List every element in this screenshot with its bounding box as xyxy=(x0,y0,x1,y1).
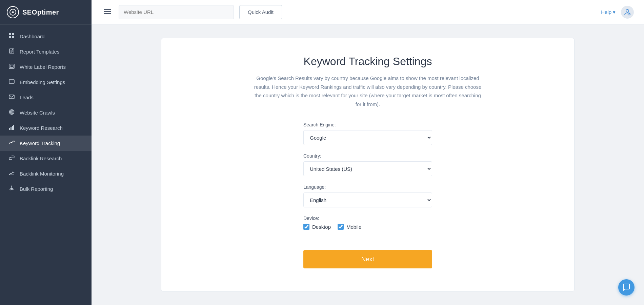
country-select[interactable]: United States (US) United Kingdom (UK) A… xyxy=(303,161,432,176)
sidebar-label-leads: Leads xyxy=(20,95,34,100)
sidebar-item-keyword-tracking[interactable]: Keyword Tracking xyxy=(0,136,92,151)
country-label: Country: xyxy=(303,153,432,159)
sidebar-item-bulk-reporting[interactable]: Bulk Reporting xyxy=(0,181,92,197)
svg-point-1 xyxy=(12,12,14,13)
device-label: Device: xyxy=(303,216,432,221)
sidebar-label-keyword-tracking: Keyword Tracking xyxy=(20,140,60,146)
search-engine-select[interactable]: Google Bing Yahoo xyxy=(303,130,432,145)
keyword-tracking-icon xyxy=(8,140,15,147)
sidebar-label-embedding-settings: Embedding Settings xyxy=(20,79,65,85)
svg-rect-21 xyxy=(12,126,13,130)
search-engine-group: Search Engine: Google Bing Yahoo xyxy=(303,122,432,145)
sidebar-label-backlink-research: Backlink Research xyxy=(20,156,62,161)
sidebar-item-backlink-monitoring[interactable]: Backlink Monitoring xyxy=(0,166,92,181)
chat-button[interactable] xyxy=(618,279,635,296)
svg-rect-22 xyxy=(13,125,14,130)
device-options: Desktop Mobile xyxy=(303,224,432,230)
country-group: Country: United States (US) United Kingd… xyxy=(303,153,432,176)
logo-icon xyxy=(7,6,19,18)
sidebar-item-dashboard[interactable]: Dashboard xyxy=(0,29,92,44)
sidebar-label-backlink-monitoring: Backlink Monitoring xyxy=(20,171,64,177)
help-button[interactable]: Help ▾ xyxy=(601,9,616,15)
svg-rect-12 xyxy=(9,80,14,83)
sidebar-nav: Dashboard Report Templates White Label R… xyxy=(0,25,92,305)
desktop-label: Desktop xyxy=(312,224,331,230)
white-label-reports-icon xyxy=(8,63,15,70)
sidebar-item-leads[interactable]: Leads xyxy=(0,90,92,105)
brand-name: SEOptimer xyxy=(22,8,59,16)
website-crawls-icon xyxy=(8,109,15,116)
mobile-option[interactable]: Mobile xyxy=(338,224,361,230)
sidebar-item-backlink-research[interactable]: Backlink Research xyxy=(0,151,92,166)
mobile-label: Mobile xyxy=(346,224,361,230)
language-group: Language: English Spanish French German … xyxy=(303,184,432,207)
svg-rect-19 xyxy=(9,128,10,130)
backlink-monitoring-icon xyxy=(8,170,15,177)
leads-icon xyxy=(8,94,15,101)
svg-rect-5 xyxy=(12,36,14,38)
url-input[interactable] xyxy=(119,5,234,19)
svg-point-23 xyxy=(11,186,12,187)
desktop-option[interactable]: Desktop xyxy=(303,224,331,230)
sidebar-item-keyword-research[interactable]: Keyword Research xyxy=(0,120,92,136)
settings-form: Search Engine: Google Bing Yahoo Country… xyxy=(303,122,432,268)
svg-rect-11 xyxy=(10,65,13,67)
sidebar-label-white-label-reports: White Label Reports xyxy=(20,64,66,70)
language-label: Language: xyxy=(303,184,432,190)
device-group: Device: Desktop Mobile xyxy=(303,216,432,230)
svg-rect-3 xyxy=(12,33,14,35)
keyword-research-icon xyxy=(8,124,15,131)
sidebar-item-embedding-settings[interactable]: Embedding Settings xyxy=(0,75,92,90)
sidebar-label-bulk-reporting: Bulk Reporting xyxy=(20,186,53,192)
page-subtitle: Google's Search Results vary by country … xyxy=(253,74,483,108)
sidebar-label-report-templates: Report Templates xyxy=(20,49,59,55)
backlink-research-icon xyxy=(8,155,15,162)
svg-rect-4 xyxy=(9,36,11,38)
svg-point-27 xyxy=(626,9,629,12)
hamburger-button[interactable] xyxy=(102,6,113,19)
quick-audit-button[interactable]: Quick Audit xyxy=(239,5,282,19)
content-area: Keyword Tracking Settings Google's Searc… xyxy=(92,24,644,305)
sidebar-label-keyword-research: Keyword Research xyxy=(20,125,63,131)
header: Quick Audit Help ▾ xyxy=(92,0,644,24)
mobile-checkbox[interactable] xyxy=(338,224,344,230)
sidebar-label-dashboard: Dashboard xyxy=(20,34,44,39)
main-area: Quick Audit Help ▾ Keyword Tracking Sett… xyxy=(92,0,644,305)
search-engine-label: Search Engine: xyxy=(303,122,432,127)
next-button[interactable]: Next xyxy=(303,250,432,268)
settings-card: Keyword Tracking Settings Google's Searc… xyxy=(161,38,575,291)
sidebar-item-report-templates[interactable]: Report Templates xyxy=(0,44,92,59)
embedding-settings-icon xyxy=(8,79,15,86)
dashboard-icon xyxy=(8,33,15,40)
sidebar-label-website-crawls: Website Crawls xyxy=(20,110,55,116)
bulk-reporting-icon xyxy=(8,185,15,192)
page-title: Keyword Tracking Settings xyxy=(182,55,554,68)
sidebar-logo: SEOptimer xyxy=(0,0,92,25)
svg-rect-2 xyxy=(9,33,11,35)
sidebar-item-website-crawls[interactable]: Website Crawls xyxy=(0,105,92,120)
desktop-checkbox[interactable] xyxy=(303,224,309,230)
report-templates-icon xyxy=(8,48,15,55)
sidebar: SEOptimer Dashboard Report Templates Whi… xyxy=(0,0,92,305)
svg-rect-20 xyxy=(11,127,12,130)
sidebar-item-white-label-reports[interactable]: White Label Reports xyxy=(0,59,92,75)
help-dropdown-icon: ▾ xyxy=(613,9,616,15)
language-select[interactable]: English Spanish French German Chinese Ja… xyxy=(303,192,432,207)
user-avatar[interactable] xyxy=(621,6,634,19)
